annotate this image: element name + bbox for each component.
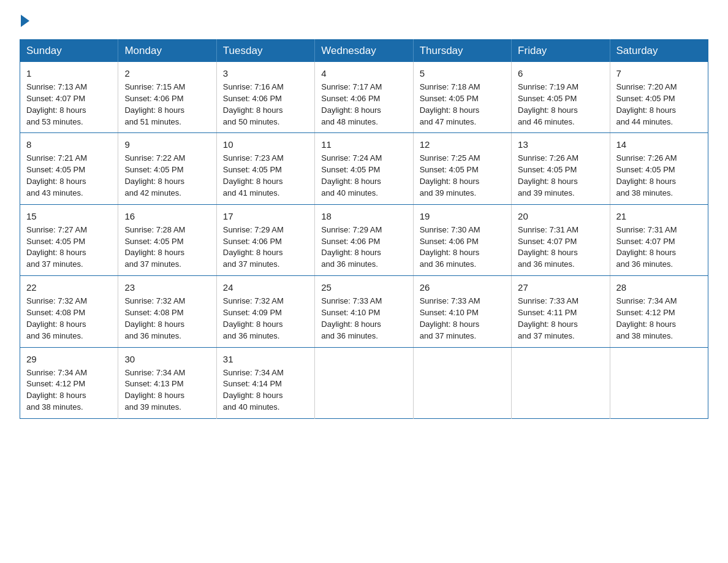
day-info: Sunrise: 7:28 AMSunset: 4:05 PMDaylight:… — [124, 224, 210, 270]
logo — [20, 15, 31, 27]
header-tuesday: Tuesday — [216, 40, 314, 63]
logo-blue-part — [20, 15, 31, 27]
calendar-cell — [512, 347, 610, 418]
calendar-cell: 26Sunrise: 7:33 AMSunset: 4:10 PMDayligh… — [413, 276, 511, 347]
day-number: 30 — [124, 353, 210, 366]
calendar-week-row: 1Sunrise: 7:13 AMSunset: 4:07 PMDaylight… — [20, 62, 708, 133]
day-info: Sunrise: 7:21 AMSunset: 4:05 PMDaylight:… — [26, 153, 112, 199]
day-number: 8 — [26, 138, 112, 151]
day-number: 19 — [420, 210, 505, 223]
calendar-cell: 22Sunrise: 7:32 AMSunset: 4:08 PMDayligh… — [20, 276, 118, 347]
day-info: Sunrise: 7:34 AMSunset: 4:14 PMDaylight:… — [223, 367, 308, 413]
calendar-cell: 29Sunrise: 7:34 AMSunset: 4:12 PMDayligh… — [20, 347, 118, 418]
day-number: 23 — [124, 281, 210, 294]
day-number: 10 — [223, 138, 308, 151]
calendar-cell: 30Sunrise: 7:34 AMSunset: 4:13 PMDayligh… — [118, 347, 216, 418]
day-number: 29 — [26, 353, 112, 366]
calendar-cell: 1Sunrise: 7:13 AMSunset: 4:07 PMDaylight… — [20, 62, 118, 133]
day-info: Sunrise: 7:26 AMSunset: 4:05 PMDaylight:… — [616, 153, 702, 199]
day-info: Sunrise: 7:24 AMSunset: 4:05 PMDaylight:… — [321, 153, 406, 199]
day-number: 11 — [321, 138, 406, 151]
day-number: 13 — [518, 138, 603, 151]
day-number: 12 — [420, 138, 505, 151]
calendar-cell: 21Sunrise: 7:31 AMSunset: 4:07 PMDayligh… — [610, 204, 708, 275]
day-number: 14 — [616, 138, 702, 151]
calendar-cell: 27Sunrise: 7:33 AMSunset: 4:11 PMDayligh… — [512, 276, 610, 347]
day-info: Sunrise: 7:32 AMSunset: 4:09 PMDaylight:… — [223, 296, 308, 342]
day-info: Sunrise: 7:13 AMSunset: 4:07 PMDaylight:… — [26, 82, 112, 128]
day-info: Sunrise: 7:26 AMSunset: 4:05 PMDaylight:… — [518, 153, 603, 199]
day-number: 6 — [518, 67, 603, 80]
calendar-cell — [315, 347, 413, 418]
day-number: 21 — [616, 210, 702, 223]
day-info: Sunrise: 7:34 AMSunset: 4:12 PMDaylight:… — [616, 296, 702, 342]
day-number: 7 — [616, 67, 702, 80]
calendar-cell: 16Sunrise: 7:28 AMSunset: 4:05 PMDayligh… — [118, 204, 216, 275]
day-number: 4 — [321, 67, 406, 80]
day-info: Sunrise: 7:32 AMSunset: 4:08 PMDaylight:… — [124, 296, 210, 342]
day-number: 28 — [616, 281, 702, 294]
calendar-cell: 4Sunrise: 7:17 AMSunset: 4:06 PMDaylight… — [315, 62, 413, 133]
day-info: Sunrise: 7:20 AMSunset: 4:05 PMDaylight:… — [616, 82, 702, 128]
calendar-cell: 31Sunrise: 7:34 AMSunset: 4:14 PMDayligh… — [216, 347, 314, 418]
day-info: Sunrise: 7:15 AMSunset: 4:06 PMDaylight:… — [124, 82, 210, 128]
calendar-cell — [610, 347, 708, 418]
day-number: 15 — [26, 210, 112, 223]
calendar-cell: 9Sunrise: 7:22 AMSunset: 4:05 PMDaylight… — [118, 133, 216, 204]
day-number: 22 — [26, 281, 112, 294]
day-info: Sunrise: 7:25 AMSunset: 4:05 PMDaylight:… — [420, 153, 505, 199]
day-info: Sunrise: 7:27 AMSunset: 4:05 PMDaylight:… — [26, 224, 112, 270]
calendar-cell: 14Sunrise: 7:26 AMSunset: 4:05 PMDayligh… — [610, 133, 708, 204]
calendar-cell: 24Sunrise: 7:32 AMSunset: 4:09 PMDayligh… — [216, 276, 314, 347]
day-info: Sunrise: 7:22 AMSunset: 4:05 PMDaylight:… — [124, 153, 210, 199]
day-number: 20 — [518, 210, 603, 223]
day-info: Sunrise: 7:29 AMSunset: 4:06 PMDaylight:… — [223, 224, 308, 270]
calendar-cell: 10Sunrise: 7:23 AMSunset: 4:05 PMDayligh… — [216, 133, 314, 204]
day-number: 9 — [124, 138, 210, 151]
calendar-week-row: 22Sunrise: 7:32 AMSunset: 4:08 PMDayligh… — [20, 276, 708, 347]
calendar-week-row: 8Sunrise: 7:21 AMSunset: 4:05 PMDaylight… — [20, 133, 708, 204]
calendar-cell: 13Sunrise: 7:26 AMSunset: 4:05 PMDayligh… — [512, 133, 610, 204]
header-friday: Friday — [512, 40, 610, 63]
calendar-week-row: 15Sunrise: 7:27 AMSunset: 4:05 PMDayligh… — [20, 204, 708, 275]
calendar-cell: 25Sunrise: 7:33 AMSunset: 4:10 PMDayligh… — [315, 276, 413, 347]
day-info: Sunrise: 7:23 AMSunset: 4:05 PMDaylight:… — [223, 153, 308, 199]
day-info: Sunrise: 7:33 AMSunset: 4:10 PMDaylight:… — [420, 296, 505, 342]
header-saturday: Saturday — [610, 40, 708, 63]
day-info: Sunrise: 7:33 AMSunset: 4:10 PMDaylight:… — [321, 296, 406, 342]
day-info: Sunrise: 7:17 AMSunset: 4:06 PMDaylight:… — [321, 82, 406, 128]
calendar-cell: 12Sunrise: 7:25 AMSunset: 4:05 PMDayligh… — [413, 133, 511, 204]
calendar-cell: 18Sunrise: 7:29 AMSunset: 4:06 PMDayligh… — [315, 204, 413, 275]
day-info: Sunrise: 7:29 AMSunset: 4:06 PMDaylight:… — [321, 224, 406, 270]
day-number: 31 — [223, 353, 308, 366]
calendar-week-row: 29Sunrise: 7:34 AMSunset: 4:12 PMDayligh… — [20, 347, 708, 418]
day-info: Sunrise: 7:33 AMSunset: 4:11 PMDaylight:… — [518, 296, 603, 342]
calendar-table: Sunday Monday Tuesday Wednesday Thursday… — [20, 39, 708, 419]
calendar-cell: 23Sunrise: 7:32 AMSunset: 4:08 PMDayligh… — [118, 276, 216, 347]
calendar-cell: 3Sunrise: 7:16 AMSunset: 4:06 PMDaylight… — [216, 62, 314, 133]
day-number: 24 — [223, 281, 308, 294]
calendar-cell — [413, 347, 511, 418]
calendar-cell: 6Sunrise: 7:19 AMSunset: 4:05 PMDaylight… — [512, 62, 610, 133]
header-thursday: Thursday — [413, 40, 511, 63]
day-number: 17 — [223, 210, 308, 223]
day-number: 5 — [420, 67, 505, 80]
day-info: Sunrise: 7:30 AMSunset: 4:06 PMDaylight:… — [420, 224, 505, 270]
day-number: 18 — [321, 210, 406, 223]
day-number: 16 — [124, 210, 210, 223]
day-info: Sunrise: 7:34 AMSunset: 4:13 PMDaylight:… — [124, 367, 210, 413]
calendar-cell: 5Sunrise: 7:18 AMSunset: 4:05 PMDaylight… — [413, 62, 511, 133]
day-info: Sunrise: 7:32 AMSunset: 4:08 PMDaylight:… — [26, 296, 112, 342]
calendar-cell: 20Sunrise: 7:31 AMSunset: 4:07 PMDayligh… — [512, 204, 610, 275]
day-info: Sunrise: 7:19 AMSunset: 4:05 PMDaylight:… — [518, 82, 603, 128]
page-header — [20, 15, 708, 27]
day-number: 27 — [518, 281, 603, 294]
day-number: 1 — [26, 67, 112, 80]
calendar-cell: 28Sunrise: 7:34 AMSunset: 4:12 PMDayligh… — [610, 276, 708, 347]
day-info: Sunrise: 7:34 AMSunset: 4:12 PMDaylight:… — [26, 367, 112, 413]
calendar-cell: 7Sunrise: 7:20 AMSunset: 4:05 PMDaylight… — [610, 62, 708, 133]
calendar-cell: 2Sunrise: 7:15 AMSunset: 4:06 PMDaylight… — [118, 62, 216, 133]
day-number: 25 — [321, 281, 406, 294]
header-monday: Monday — [118, 40, 216, 63]
calendar-cell: 19Sunrise: 7:30 AMSunset: 4:06 PMDayligh… — [413, 204, 511, 275]
